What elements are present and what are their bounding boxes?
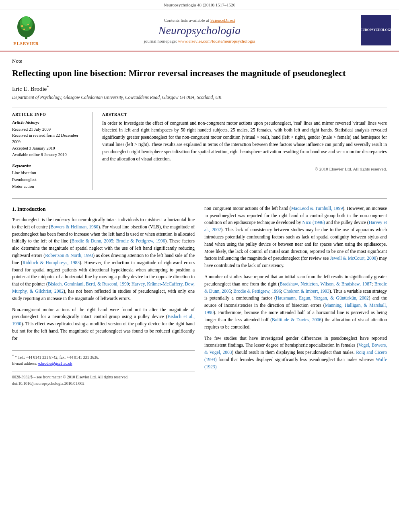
ref-manning-1990[interactable]: Manning, Halligan, & Marshall, 1990 <box>204 303 387 315</box>
journal-title: Neuropsychologia <box>44 24 355 37</box>
ref-robertson-north[interactable]: Robertson & North, 1993 <box>45 253 93 258</box>
elsevier-brand-text: ELSEVIER <box>13 41 39 46</box>
abstract-col: Abstract In order to investigate the eff… <box>102 112 387 190</box>
ref-chokron-imbert-1993[interactable]: Chokron & Imbert, 1993 <box>284 289 329 294</box>
ref-brodie-pettigrew-1996[interactable]: Brodie & Pettigrew, 1996 <box>116 238 165 243</box>
note-label: Note <box>12 58 387 64</box>
body-right-para-3: The few studies that have investigated g… <box>204 335 387 371</box>
ref-bultitude-davies-2006[interactable]: Bultitude & Davies, 2006 <box>272 317 321 322</box>
journal-header: ELSEVIER Contents lists available at Sci… <box>0 10 399 51</box>
keyword-1: Line bisection <box>12 170 86 177</box>
footnote-section: * * Tel.: +44 0141 331 8742; fax: +44 01… <box>12 350 195 366</box>
journal-logo-box: NEUROPSYCHOLOGIA <box>361 15 391 45</box>
footer-doi: doi:10.1016/j.neuropsychologia.2010.01.0… <box>12 380 195 387</box>
ref-brodie-dunn-2005[interactable]: Brodie & Dunn, 2005 <box>72 238 113 243</box>
sciencedirect-link[interactable]: ScienceDirect <box>210 18 235 23</box>
svg-point-7 <box>23 29 25 30</box>
ref-macleod-turnbull[interactable]: MacLeod & Turnbull, 1999 <box>291 206 343 211</box>
page-wrapper: Neuropsychologia 48 (2010) 1517–1520 <box>0 0 399 394</box>
keywords-section: Keywords: Line bisection Pseudoneglect M… <box>12 163 86 190</box>
journal-logo-right: NEUROPSYCHOLOGIA <box>355 15 391 45</box>
ref-harvey-2002b[interactable]: Harvey et al., 2002 <box>204 220 387 232</box>
ref-bislach-1990[interactable]: Bislach, Geminiani, Berti, & Rusconi, 19… <box>48 281 129 286</box>
ref-hausmann-2002[interactable]: Hausmann, Ergun, Yazgan, & Güntürkün, 20… <box>276 296 369 300</box>
footnote-email-line: E-mail address: e.brodie@gca1.ac.uk <box>12 360 195 366</box>
history-received-revised: Received in revised form 22 December 200… <box>12 132 86 145</box>
affiliation: Department of Psychology, Glasgow Caledo… <box>12 95 387 100</box>
ref-bowers-1980[interactable]: Bowers & Heilman, 1980 <box>50 224 98 229</box>
svg-point-6 <box>29 27 31 29</box>
footer-issn: 0028-3932/$ – see front matter © 2010 El… <box>12 374 195 380</box>
elsevier-tree-icon <box>14 15 38 41</box>
abstract-text: In order to investigate the effect of co… <box>102 120 387 163</box>
main-content: Note Reflecting upon line bisection: Mir… <box>0 51 399 394</box>
article-title: Reflecting upon line bisection: Mirror r… <box>12 68 387 79</box>
body-col-left: 1. Introduction 'Pseudoneglect' is the t… <box>12 205 195 386</box>
svg-point-5 <box>21 25 23 27</box>
ref-bradshaw-1987[interactable]: Bradshaw, Nettleton, Wilson, & Bradshaw,… <box>280 281 371 286</box>
keyword-3: Motor action <box>12 183 86 190</box>
footer-bottom: 0028-3932/$ – see front matter © 2010 El… <box>12 371 195 386</box>
footnote-star-line: * * Tel.: +44 0141 331 8742; fax: +44 01… <box>12 354 195 360</box>
copyright-line: © 2010 Elsevier Ltd. All rights reserved… <box>102 166 387 171</box>
ref-riddoch-humphreys[interactable]: Riddoch & Humphreys, 1983 <box>23 260 80 265</box>
history-accepted: Accepted 3 January 2010 <box>12 145 86 152</box>
journal-homepage: journal homepage: www.elsevier.com/locat… <box>44 39 355 43</box>
top-bar: Neuropsychologia 48 (2010) 1517–1520 <box>0 0 399 10</box>
journal-ref: Neuropsychologia 48 (2010) 1517–1520 <box>164 2 236 7</box>
section1-title: 1. Introduction <box>12 205 195 213</box>
history-received: Received 21 July 2009 <box>12 126 86 133</box>
body-section: 1. Introduction 'Pseudoneglect' is the t… <box>12 198 387 386</box>
article-info-col: Article Info Article history: Received 2… <box>12 112 93 190</box>
svg-point-8 <box>27 24 29 25</box>
ref-roig-cicero-1994[interactable]: Roig and Cicero (1994) <box>204 350 387 362</box>
body-col-right: non-congruent motor actions of the left … <box>204 205 387 386</box>
homepage-url[interactable]: www.elsevier.com/locate/neuropsychologia <box>178 39 255 43</box>
footnote-email-link[interactable]: e.brodie@gca1.ac.uk <box>38 361 72 366</box>
abstract-heading: Abstract <box>102 112 387 117</box>
intro-para-2: Non-congruent motor actions of the right… <box>12 306 195 342</box>
ref-jewell-mccourt[interactable]: Jewell & McCourt, 2000 <box>330 256 376 261</box>
journal-logo-text: NEUROPSYCHOLOGIA <box>358 28 394 32</box>
ref-bislach-et-al-1990[interactable]: Bislach et al., 1990 <box>12 314 195 326</box>
ref-nico-1996[interactable]: Nico (1996) <box>302 220 325 225</box>
article-meta-section: Article Info Article history: Received 2… <box>12 107 387 190</box>
keywords-heading: Keywords: <box>12 163 86 168</box>
svg-point-4 <box>22 16 31 26</box>
body-right-para-1: non-congruent motor actions of the left … <box>204 205 387 269</box>
article-info-heading: Article Info <box>12 112 86 117</box>
elsevier-logo: ELSEVIER <box>8 15 44 46</box>
intro-para-1: 'Pseudoneglect' is the tendency for neur… <box>12 216 195 302</box>
history-heading: Article history: <box>12 120 86 125</box>
body-right-para-2: A number of studies have reported that a… <box>204 273 387 331</box>
journal-center: Contents lists available at ScienceDirec… <box>44 18 355 43</box>
history-available: Available online 8 January 2010 <box>12 152 86 158</box>
ref-wolfe-1923[interactable]: Wolfe (1923) <box>204 357 387 369</box>
author-name: Eric E. Brodie* <box>12 85 387 92</box>
sciencedirect-line: Contents lists available at ScienceDirec… <box>44 18 355 23</box>
keyword-2: Pseudoneglect <box>12 177 86 183</box>
ref-brodie-pettigrew-1996b[interactable]: Brodie & Pettigrew, 1996 <box>233 289 281 294</box>
